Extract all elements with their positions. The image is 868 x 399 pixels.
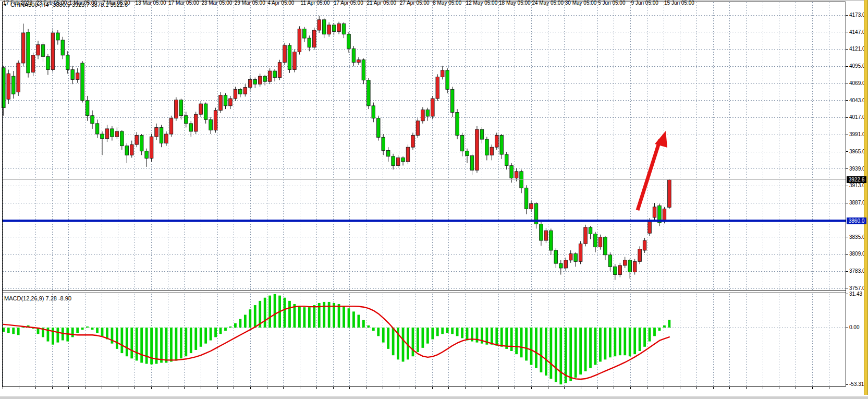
bullish-arrow-annotation[interactable]: [638, 131, 667, 210]
ohlc-quote-readout: 3880.5 3923.7 3878.1 3922.6: [53, 2, 128, 8]
time-axis-label: 17 Apr 05:00: [334, 0, 363, 6]
price-axis-label: 3835.0: [849, 234, 865, 240]
time-axis-label: 4 Apr 05:00: [267, 0, 294, 6]
time-axis-label: 30 May 05:00: [565, 0, 597, 6]
time-axis-label: 27 Apr 05:00: [400, 0, 430, 6]
grid-lines: [3, 2, 846, 386]
window-bottom-edge: [0, 396, 868, 399]
axis-tick-marks: [3, 15, 848, 389]
time-axis-label: 29 Mar 05:00: [235, 0, 265, 6]
price-axis-label: 4147.0: [849, 29, 865, 35]
macd-axis-label: 31.43: [849, 291, 862, 297]
price-axis-label: 4095.0: [849, 63, 865, 69]
horizontal-line-price-badge[interactable]: 3860.0: [847, 217, 866, 224]
symbol-dropdown-icon[interactable]: ▼: [3, 3, 7, 7]
macd-axis-label: -53.31: [849, 381, 864, 388]
time-axis-label: 23 Mar 05:00: [201, 0, 232, 6]
macd-axis-label: 0.00: [849, 324, 859, 331]
price-axis-label: 4121.0: [849, 46, 865, 52]
price-axis-label: 3913.0: [849, 183, 865, 189]
chart-title: CHINA300-,H4: [10, 2, 48, 8]
price-axis-label: 3939.0: [849, 166, 865, 172]
time-axis-label: 18 May 05:00: [499, 0, 531, 6]
time-axis-label: 13 Mar 05:00: [136, 0, 166, 6]
price-axis-label: 3783.0: [849, 268, 865, 274]
time-axis-label: 15 Jun 05:00: [664, 0, 694, 6]
price-axis-label: 4069.0: [849, 80, 865, 87]
price-axis-label: 4173.0: [849, 12, 865, 18]
chart-canvas[interactable]: [0, 0, 868, 399]
macd-indicator-label: MACD(12,26,9) 7.28 -8.90: [4, 295, 71, 301]
price-axis-label: 3809.0: [849, 251, 865, 257]
chart-title-overlay: ▼ CHINA300-,H4 3880.5 3923.7 3878.1 3922…: [3, 2, 128, 8]
price-axis-label: 4017.0: [849, 114, 865, 120]
price-axis-label: 4043.0: [849, 98, 865, 104]
current-price-badge: 3922.6: [847, 176, 866, 183]
time-axis-label: 11 Apr 05:00: [301, 0, 330, 6]
price-axis-label: 3991.0: [849, 131, 865, 138]
time-axis-label: 8 May 05:00: [433, 0, 461, 6]
window-scroll-strip[interactable]: [864, 0, 868, 395]
price-axis-label: 3965.0: [849, 149, 865, 155]
time-axis-label: 24 May 05:00: [532, 0, 564, 6]
time-axis-label: 9 Jun 05:00: [631, 0, 658, 6]
price-axis-label: 3887.0: [849, 200, 865, 206]
time-axis-label: 12 May 05:00: [466, 0, 498, 6]
time-axis-label: 21 Apr 05:00: [366, 0, 396, 6]
time-axis-label: 5 Jun 05:00: [598, 0, 625, 6]
time-axis-label: 17 Mar 05:00: [168, 0, 199, 6]
macd-histogram: [2, 294, 670, 384]
candle-wicks: [4, 16, 669, 280]
trading-chart-window: ▼ CHINA300-,H4 3880.5 3923.7 3878.1 3922…: [0, 0, 868, 399]
